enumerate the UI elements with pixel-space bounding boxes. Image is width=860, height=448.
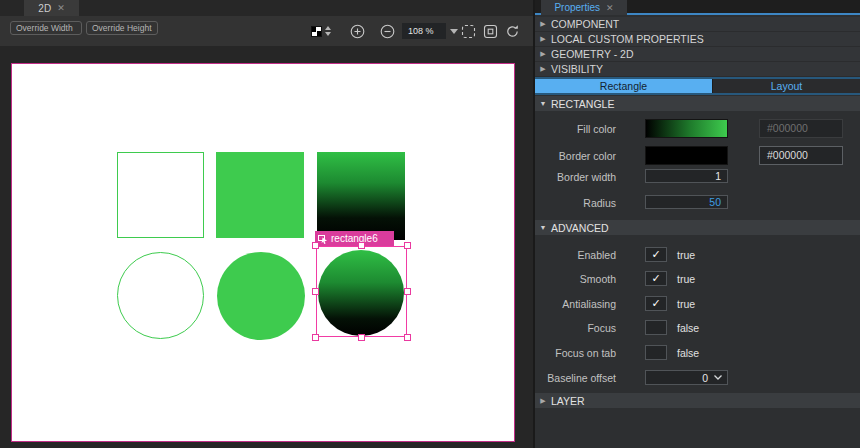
antialiasing-checkbox[interactable]: ✓ (645, 296, 667, 311)
section-component[interactable]: ▶ COMPONENT (535, 17, 860, 32)
canvas-background-color-swatch[interactable] (311, 26, 322, 37)
selection-handle[interactable] (404, 334, 411, 341)
tab-2d-label: 2D (38, 3, 51, 14)
section-visibility[interactable]: ▶ VISIBILITY (535, 62, 860, 77)
close-icon[interactable]: ✕ (57, 3, 65, 13)
circle-outline[interactable] (117, 252, 204, 339)
design-studio-window: 2D ✕ Override Width Override Height 108 … (0, 0, 860, 448)
chevron-down-icon[interactable] (714, 375, 722, 380)
focus-on-tab-label: Focus on tab (535, 347, 616, 359)
section-local-custom-properties[interactable]: ▶ LOCAL CUSTOM PROPERTIES (535, 32, 860, 47)
enabled-value: true (677, 249, 695, 261)
caret-right-icon: ▶ (535, 65, 551, 73)
close-icon[interactable]: ✕ (606, 3, 614, 13)
focus-on-tab-value: false (677, 347, 699, 359)
selection-label-text: rectangle6 (331, 233, 378, 244)
tab-2d[interactable]: 2D ✕ (24, 0, 79, 16)
caret-down-icon: ▼ (535, 224, 551, 231)
tab-rectangle[interactable]: Rectangle (535, 79, 712, 93)
focus-on-tab-checkbox[interactable] (645, 345, 667, 360)
caret-right-icon: ▶ (535, 20, 551, 28)
smooth-checkbox[interactable]: ✓ (645, 271, 667, 286)
section-label: LOCAL CUSTOM PROPERTIES (551, 33, 704, 45)
radius-label: Radius (535, 197, 616, 209)
baseline-offset-value: 0 (702, 372, 708, 384)
tab-properties[interactable]: Properties ✕ (541, 0, 627, 15)
enabled-checkbox[interactable]: ✓ (645, 247, 667, 262)
fit-canvas-icon[interactable] (461, 24, 476, 39)
border-color-swatch[interactable] (645, 146, 728, 165)
focus-checkbox[interactable] (645, 320, 667, 335)
border-color-label: Border color (535, 150, 616, 162)
caret-right-icon: ▶ (535, 35, 551, 43)
override-width-field[interactable]: Override Width (10, 21, 82, 35)
caret-right-icon: ▶ (535, 397, 551, 405)
circle-solid-green[interactable] (217, 252, 305, 340)
tab-properties-label: Properties (554, 2, 600, 13)
caret-right-icon: ▶ (535, 50, 551, 58)
zoom-dropdown-icon[interactable] (450, 29, 458, 34)
spin-down-icon (325, 32, 331, 36)
section-label: VISIBILITY (551, 63, 603, 75)
selection-handle[interactable] (358, 334, 365, 341)
smooth-label: Smooth (535, 273, 616, 285)
selection-handle[interactable] (404, 242, 411, 249)
section-title: LAYER (551, 395, 585, 407)
section-title: ADVANCED (551, 222, 609, 234)
border-width-label: Border width (535, 171, 616, 183)
selection-handle[interactable] (312, 288, 319, 295)
2d-viewport[interactable]: rectangle6 (0, 46, 533, 448)
radius-field[interactable]: 50 (645, 195, 728, 209)
section-layer-header[interactable]: ▶ LAYER (535, 393, 860, 408)
rectangle-gradient[interactable] (317, 152, 405, 240)
selection-handle[interactable] (312, 334, 319, 341)
rectangle-outline[interactable] (117, 152, 204, 238)
selection-handle[interactable] (404, 288, 411, 295)
rectangle-solid-green[interactable] (216, 152, 304, 238)
zoom-in-icon[interactable] (350, 24, 365, 39)
border-width-field[interactable]: 1 (645, 169, 728, 183)
selection-label-badge[interactable]: rectangle6 (315, 231, 394, 246)
canvas-root-item[interactable]: rectangle6 (11, 63, 515, 442)
smooth-value: true (677, 273, 695, 285)
component-cursor-icon (318, 234, 328, 244)
baseline-offset-spinbox[interactable]: 0 (645, 370, 728, 385)
section-label: GEOMETRY - 2D (551, 48, 633, 60)
2d-editor-pane: 2D ✕ Override Width Override Height 108 … (0, 0, 533, 448)
section-geometry-2d[interactable]: ▶ GEOMETRY - 2D (535, 47, 860, 62)
focus-value: false (677, 322, 699, 334)
properties-panel: Properties ✕ ▶ COMPONENT ▶ LOCAL CUSTOM … (535, 0, 860, 448)
focus-label: Focus (535, 322, 616, 334)
zoom-to-selection-icon[interactable] (483, 24, 498, 39)
reset-view-icon[interactable] (505, 24, 520, 39)
enabled-label: Enabled (535, 249, 616, 261)
section-title: RECTANGLE (551, 98, 614, 110)
swatch-spinner-icon[interactable] (325, 26, 331, 36)
antialiasing-value: true (677, 298, 695, 310)
2d-toolbar: Override Width Override Height 108 % (0, 16, 533, 46)
section-label: COMPONENT (551, 18, 619, 30)
border-color-hex-field[interactable]: #000000 (759, 146, 843, 165)
selection-handle[interactable] (312, 242, 319, 249)
caret-down-icon: ▼ (535, 100, 551, 107)
type-tabbar: Rectangle Layout (535, 77, 860, 95)
properties-tabstrip: Properties ✕ (535, 0, 860, 15)
fill-color-swatch[interactable] (645, 119, 728, 138)
override-height-field[interactable]: Override Height (86, 21, 158, 35)
2d-tabstrip: 2D ✕ (0, 0, 533, 16)
antialiasing-label: Antialiasing (535, 298, 616, 310)
baseline-offset-label: Baseline offset (535, 372, 616, 384)
summary-sections: ▶ COMPONENT ▶ LOCAL CUSTOM PROPERTIES ▶ … (535, 17, 860, 77)
section-rectangle-header[interactable]: ▼ RECTANGLE (535, 96, 860, 111)
fill-color-label: Fill color (535, 123, 616, 135)
zoom-out-icon[interactable] (380, 24, 395, 39)
zoom-level-field[interactable]: 108 % (402, 23, 446, 39)
fill-color-hex-field[interactable]: #000000 (759, 119, 843, 138)
spin-up-icon (325, 26, 331, 30)
selection-rectangle (316, 246, 407, 337)
selection-handle[interactable] (358, 242, 365, 249)
tab-layout[interactable]: Layout (712, 79, 860, 93)
section-advanced-header[interactable]: ▼ ADVANCED (535, 220, 860, 235)
